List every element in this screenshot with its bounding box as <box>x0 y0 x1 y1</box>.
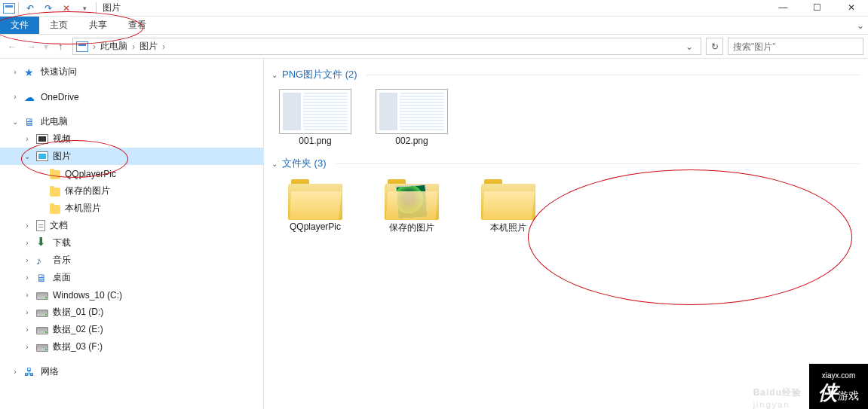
breadcrumb-current[interactable]: 图片 <box>140 40 158 53</box>
nav-network[interactable]: ›🖧网络 <box>0 363 263 380</box>
nav-label: 图片 <box>53 150 71 163</box>
refresh-button[interactable]: ↻ <box>706 38 723 55</box>
thumbnail-icon <box>376 89 448 134</box>
cloud-icon: ☁ <box>24 91 36 103</box>
download-icon: ⬇ <box>36 237 48 249</box>
folder-item[interactable]: QQplayerPic <box>278 178 353 234</box>
file-item[interactable]: 002.png <box>374 89 449 146</box>
nav-label: 数据_01 (D:) <box>53 306 103 319</box>
folder-item[interactable]: 保存的图片 <box>374 178 449 234</box>
group-label: 文件夹 (3) <box>282 157 327 170</box>
nav-label: OneDrive <box>41 92 79 102</box>
nav-music[interactable]: ›♪音乐 <box>0 252 263 269</box>
nav-downloads[interactable]: ›⬇下载 <box>0 234 263 252</box>
drive-icon <box>36 344 48 352</box>
ribbon-expand[interactable]: ⌄ <box>853 17 868 34</box>
nav-this-pc[interactable]: ⌄🖥此电脑 <box>0 113 263 130</box>
minimize-button[interactable]: — <box>766 0 800 15</box>
drive-icon <box>36 292 48 300</box>
drive-icon <box>36 310 48 317</box>
addressbar: ← → ▾ ↑ › 此电脑 › 图片 › ⌄ ↻ <box>0 35 868 59</box>
file-name: 001.png <box>299 136 331 146</box>
network-icon: 🖧 <box>24 366 36 378</box>
maximize-button[interactable]: ☐ <box>800 0 834 15</box>
nav-label: Windows_10 (C:) <box>53 290 122 301</box>
nav-desktop[interactable]: ›🖥桌面 <box>0 269 263 286</box>
qat-undo[interactable]: ↶ <box>22 1 38 16</box>
chevron-right-icon: › <box>159 41 168 52</box>
nav-label: QQplayerPic <box>65 169 116 179</box>
ribbon: 文件 主页 共享 查看 ⌄ <box>0 17 868 35</box>
folder-icon <box>481 178 535 220</box>
group-header-png[interactable]: ⌄ PNG图片文件 (2) <box>271 68 860 81</box>
nav-up[interactable]: ↑ <box>53 39 68 54</box>
chevron-down-icon: ⌄ <box>271 160 278 168</box>
tab-share[interactable]: 共享 <box>78 17 118 34</box>
qat-redo[interactable]: ↷ <box>40 1 57 16</box>
file-item[interactable]: 001.png <box>278 89 353 146</box>
content-pane: ⌄ PNG图片文件 (2) 001.png 002.png ⌄ 文件夹 (3) … <box>264 59 868 409</box>
music-icon: ♪ <box>36 255 48 267</box>
nav-label: 数据_02 (E:) <box>53 323 103 336</box>
desktop-icon: 🖥 <box>36 272 48 284</box>
window-title: 图片 <box>103 2 121 14</box>
nav-folder-qqplayer[interactable]: QQplayerPic <box>0 165 263 182</box>
nav-folder-camera[interactable]: 本机照片 <box>0 200 263 217</box>
watermark-logo-big: 侠 <box>818 381 838 404</box>
nav-forward[interactable]: → <box>24 39 39 54</box>
folder-icon <box>385 178 439 220</box>
pc-icon: 🖥 <box>24 116 36 128</box>
breadcrumb-root[interactable]: 此电脑 <box>100 40 127 53</box>
folder-name: QQplayerPic <box>290 221 341 232</box>
folder-icon <box>288 178 342 220</box>
qat-dropdown[interactable]: ▾ <box>76 1 93 16</box>
location-icon <box>76 41 88 52</box>
nav-label: 此电脑 <box>41 115 68 128</box>
drive-icon <box>36 327 48 334</box>
nav-pictures[interactable]: ⌄图片 <box>0 148 263 165</box>
search-box[interactable] <box>728 38 863 55</box>
nav-label: 桌面 <box>53 271 71 284</box>
nav-label: 下载 <box>53 237 71 249</box>
group-header-folders[interactable]: ⌄ 文件夹 (3) <box>271 157 860 170</box>
nav-label: 本机照片 <box>65 202 101 215</box>
pictures-icon <box>36 151 48 161</box>
chevron-right-icon: › <box>129 41 138 52</box>
chevron-down-icon: ⌄ <box>271 71 278 79</box>
search-input[interactable] <box>733 41 858 52</box>
titlebar: ↶ ↷ ✕ ▾ 图片 — ☐ ✕ <box>0 0 868 17</box>
folder-icon <box>50 170 60 179</box>
nav-documents[interactable]: ›文档 <box>0 217 263 234</box>
nav-quick-access[interactable]: ›★快速访问 <box>0 63 263 81</box>
nav-label: 文档 <box>50 219 68 232</box>
thumbnail-icon <box>279 89 351 134</box>
nav-label: 快速访问 <box>41 66 77 78</box>
document-icon <box>36 220 45 231</box>
watermark-logo-url: xiayx.com <box>818 371 859 380</box>
breadcrumb[interactable]: › 此电脑 › 图片 › ⌄ <box>72 38 701 55</box>
nav-drive-c[interactable]: ›Windows_10 (C:) <box>0 286 263 304</box>
qat-delete[interactable]: ✕ <box>58 1 75 16</box>
nav-label: 网络 <box>41 365 59 378</box>
close-button[interactable]: ✕ <box>834 0 868 15</box>
watermark-url: jingyan <box>753 400 802 409</box>
tab-file[interactable]: 文件 <box>0 17 39 34</box>
nav-videos[interactable]: ›视频 <box>0 130 263 148</box>
navigation-pane: ›★快速访问 ›☁OneDrive ⌄🖥此电脑 ›视频 ⌄图片 QQplayer… <box>0 59 264 409</box>
nav-label: 保存的图片 <box>65 185 110 197</box>
folder-name: 本机照片 <box>490 221 526 234</box>
nav-drive-d[interactable]: ›数据_01 (D:) <box>0 304 263 321</box>
nav-folder-saved[interactable]: 保存的图片 <box>0 182 263 200</box>
chevron-right-icon: › <box>90 41 99 52</box>
tab-view[interactable]: 查看 <box>118 17 157 34</box>
nav-label: 音乐 <box>53 254 71 267</box>
nav-drive-f[interactable]: ›数据_03 (F:) <box>0 338 263 356</box>
nav-drive-e[interactable]: ›数据_02 (E:) <box>0 321 263 338</box>
star-icon: ★ <box>24 66 36 78</box>
tab-home[interactable]: 主页 <box>39 17 78 34</box>
nav-onedrive[interactable]: ›☁OneDrive <box>0 88 263 105</box>
watermark: Baidu经验 jingyan xiayx.com 侠游戏 <box>753 364 868 409</box>
nav-back[interactable]: ← <box>5 39 20 54</box>
breadcrumb-dropdown[interactable]: ⌄ <box>681 41 698 52</box>
folder-item[interactable]: 本机照片 <box>471 178 546 234</box>
